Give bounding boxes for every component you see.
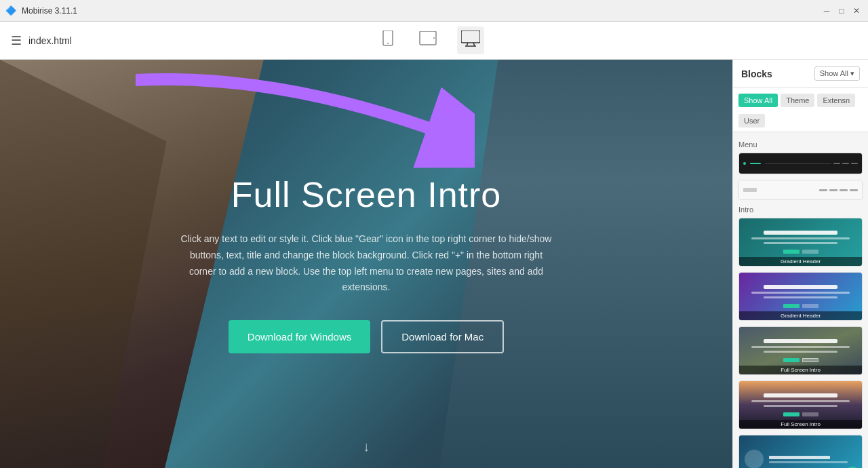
filter-tabs: Show All Theme Extensn User <box>733 88 868 132</box>
menu-thumb-light <box>739 180 862 199</box>
file-name: index.html <box>28 35 72 46</box>
toolbar: ☰ index.html <box>0 22 868 60</box>
filter-tab-theme[interactable]: Theme <box>781 94 814 107</box>
intro-block-2[interactable]: Gradient Header <box>738 272 863 321</box>
download-mac-button[interactable]: Download for Mac <box>381 320 504 353</box>
tablet-device-button[interactable] <box>415 26 441 54</box>
intro-thumb-3-label: Full Screen Intro <box>739 366 862 374</box>
svg-point-3 <box>433 37 435 39</box>
app-icon: 🔷 <box>5 5 16 16</box>
device-switcher <box>377 26 484 54</box>
canvas-area: Full Screen Intro Click any text to edit… <box>0 60 732 468</box>
hero-background: Full Screen Intro Click any text to edit… <box>0 60 732 468</box>
maximize-button[interactable]: □ <box>835 5 848 17</box>
menu-thumb-dark <box>739 153 862 174</box>
hero-content: Full Screen Intro Click any text to edit… <box>163 161 570 367</box>
intro-thumb-4-label: Full Screen Intro <box>739 420 862 429</box>
toolbar-left: ☰ index.html <box>11 33 72 48</box>
intro-block-3[interactable]: Full Screen Intro <box>738 326 863 375</box>
title-bar-controls: ─ □ ✕ <box>821 5 863 17</box>
scroll-indicator: ↓ <box>363 439 370 454</box>
close-button[interactable]: ✕ <box>850 5 863 17</box>
main-layout: Full Screen Intro Click any text to edit… <box>0 60 868 468</box>
panel-content: Menu <box>733 132 868 468</box>
filter-tab-show-all[interactable]: Show All <box>738 94 778 107</box>
section-label-menu: Menu <box>738 140 863 149</box>
hero-buttons: Download for Windows Download for Mac <box>176 320 556 353</box>
panel-title: Blocks <box>741 69 772 79</box>
filter-tab-user[interactable]: User <box>738 114 765 128</box>
intro-thumb-1-label: Gradient Header <box>739 257 862 266</box>
menu-block-2[interactable] <box>738 180 863 200</box>
app-title: Mobirise 3.11.1 <box>22 6 77 16</box>
svg-rect-4 <box>461 31 480 43</box>
intro-block-4[interactable]: Full Screen Intro <box>738 381 863 429</box>
intro-thumb-2-label: Gradient Header <box>739 311 862 320</box>
panel-header: Blocks Show All ▾ <box>733 60 868 88</box>
menu-icon[interactable]: ☰ <box>11 33 22 48</box>
title-bar: 🔷 Mobirise 3.11.1 ─ □ ✕ <box>0 0 868 22</box>
download-windows-button[interactable]: Download for Windows <box>229 320 370 353</box>
hero-title[interactable]: Full Screen Intro <box>176 174 556 215</box>
minimize-button[interactable]: ─ <box>821 5 833 17</box>
svg-point-1 <box>387 43 389 44</box>
show-all-dropdown-button[interactable]: Show All ▾ <box>814 66 860 81</box>
hero-description[interactable]: Click any text to edit or style it. Clic… <box>176 231 556 296</box>
intro-block-1[interactable]: Gradient Header <box>738 218 863 267</box>
menu-block-1[interactable] <box>738 153 863 174</box>
right-panel: Blocks Show All ▾ Show All Theme Extensn… <box>732 60 868 468</box>
filter-tab-extensn[interactable]: Extensn <box>817 94 855 107</box>
title-bar-left: 🔷 Mobirise 3.11.1 <box>5 5 77 16</box>
desktop-device-button[interactable] <box>457 26 484 54</box>
intro-thumb-media <box>739 435 862 468</box>
section-label-intro: Intro <box>738 206 863 214</box>
intro-block-5[interactable]: Intro with Media ✓ <box>738 435 863 468</box>
mobile-device-button[interactable] <box>377 26 399 54</box>
